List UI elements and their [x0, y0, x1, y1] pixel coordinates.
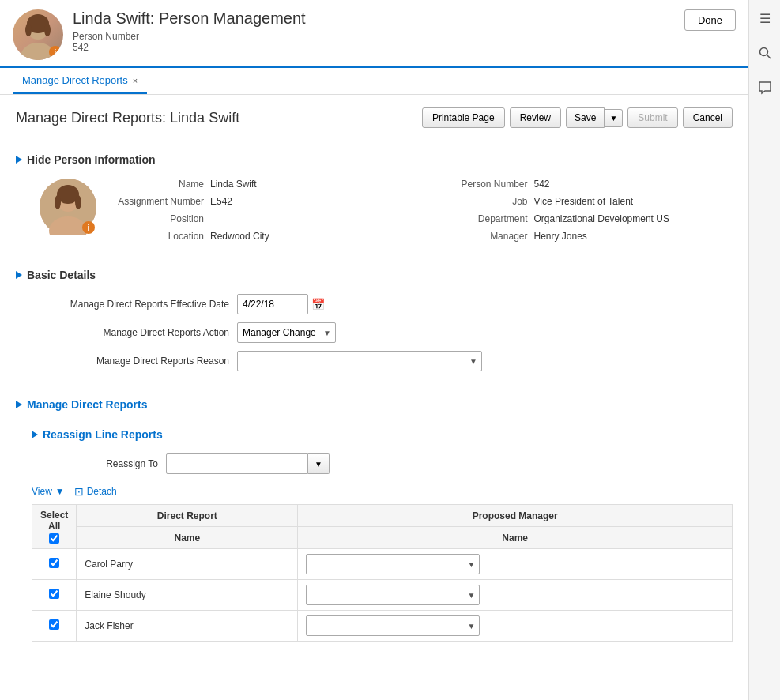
svg-point-3 [25, 24, 32, 36]
save-dropdown-button[interactable]: ▼ [605, 109, 623, 127]
table-row: Carol Parry▼ [32, 549, 733, 580]
reason-select[interactable] [237, 351, 482, 371]
proposed-manager-select-2[interactable] [306, 615, 480, 636]
save-split-button: Save ▼ [566, 107, 623, 128]
location-value: Redwood City [210, 231, 269, 242]
content-area: Manage Direct Reports: Linda Swift Print… [0, 95, 748, 700]
reassign-to-dropdown-button[interactable]: ▼ [308, 453, 330, 474]
printable-page-button[interactable]: Printable Page [422, 107, 505, 128]
assignment-number-field: Assignment Number E542 [109, 196, 409, 207]
calendar-icon[interactable]: 📅 [311, 298, 325, 310]
mdr-triangle-icon [16, 401, 22, 408]
row-checkbox-0[interactable] [49, 558, 59, 568]
person-info-toggle[interactable]: Hide Person Information [16, 149, 733, 171]
person-details-grid: Name Linda Swift Person Number 542 Assig… [109, 179, 733, 242]
name-label: Name [109, 179, 204, 190]
manage-direct-reports-title: Manage Direct Reports [27, 398, 147, 411]
manager-value: Henry Jones [534, 231, 587, 242]
sidebar-chat-icon[interactable] [755, 77, 775, 98]
right-sidebar: ☰ [748, 0, 780, 700]
manage-direct-reports-section: Manage Direct Reports Reassign Line Repo… [16, 393, 733, 642]
direct-report-name-cell: Carol Parry [77, 549, 298, 580]
table-row: Elaine Shoudy▼ [32, 580, 733, 611]
department-field: Department Organizational Development US [433, 213, 733, 224]
manage-direct-reports-toggle[interactable]: Manage Direct Reports [16, 393, 733, 416]
person-number-field: Person Number 542 [433, 179, 733, 190]
pn-label: Person Number [433, 179, 528, 190]
person-info-section: Hide Person Information i [16, 141, 733, 250]
select-all-header: Select All [32, 505, 77, 549]
svg-point-4 [44, 24, 51, 36]
action-select[interactable]: Manager Change [237, 322, 336, 343]
view-button[interactable]: View ▼ [32, 486, 65, 497]
proposed-manager-name-header: Name [298, 527, 733, 549]
reason-label: Manage Direct Reports Reason [47, 356, 229, 367]
detach-button[interactable]: ⊡ Detach [74, 485, 117, 498]
reassign-to-field: ▼ [166, 453, 330, 474]
row-checkbox-cell [32, 611, 77, 642]
name-field: Name Linda Swift [109, 179, 409, 190]
proposed-manager-select-1[interactable] [306, 585, 480, 605]
detach-label: Detach [87, 486, 117, 497]
review-button[interactable]: Review [510, 107, 561, 128]
detach-icon: ⊡ [74, 485, 84, 498]
reassign-triangle-icon [32, 431, 38, 438]
avatar: i [13, 9, 63, 60]
cancel-button[interactable]: Cancel [683, 107, 733, 128]
save-button[interactable]: Save [566, 107, 605, 128]
svg-point-9 [55, 195, 61, 209]
page-title: Manage Direct Reports: Linda Swift [16, 110, 239, 126]
an-value: E542 [210, 196, 232, 207]
select-all-label: Select All [40, 510, 68, 532]
tab-label: Manage Direct Reports [22, 74, 128, 86]
row-checkbox-1[interactable] [49, 589, 59, 599]
person-number-value: 542 [73, 42, 684, 53]
view-label: View [32, 486, 52, 497]
manager-field: Manager Henry Jones [433, 231, 733, 242]
department-label: Department [433, 213, 528, 224]
person-info-row: i Name Linda Swift Person Number 542 Ass… [16, 179, 733, 242]
manager-label: Manager [433, 231, 528, 242]
direct-report-name-cell: Elaine Shoudy [77, 580, 298, 611]
svg-line-12 [767, 55, 771, 58]
tab-close-icon[interactable]: × [133, 76, 138, 85]
proposed-manager-cell: ▼ [298, 549, 733, 580]
reassign-line-reports-section: Reassign Line Reports Reassign To ▼ View [16, 423, 733, 642]
effective-date-input[interactable] [237, 294, 308, 314]
reassign-to-label: Reassign To [63, 458, 158, 469]
proposed-manager-cell: ▼ [298, 611, 733, 642]
tab-bar: Manage Direct Reports × [0, 68, 748, 95]
location-field: Location Redwood City [109, 231, 409, 242]
reassign-to-input[interactable] [166, 453, 308, 474]
reason-row: Manage Direct Reports Reason ▼ [16, 351, 733, 371]
header-title: Linda Swift: Person Management [73, 9, 684, 28]
collapse-triangle-icon [16, 156, 22, 164]
proposed-manager-cell: ▼ [298, 580, 733, 611]
proposed-manager-select-0[interactable] [306, 554, 480, 574]
proposed-manager-header: Proposed Manager [298, 505, 733, 527]
done-button[interactable]: Done [684, 9, 736, 31]
direct-report-header: Direct Report [77, 505, 298, 527]
action-label: Manage Direct Reports Action [47, 327, 229, 338]
info-badge: i [49, 46, 62, 58]
row-checkbox-2[interactable] [49, 619, 59, 630]
action-select-wrapper: Manager Change ▼ [237, 322, 336, 343]
row-checkbox-cell [32, 549, 77, 580]
position-label: Position [109, 213, 204, 224]
department-value: Organizational Development US [534, 213, 669, 224]
basic-details-toggle[interactable]: Basic Details [16, 264, 733, 286]
basic-details-triangle-icon [16, 271, 22, 279]
sidebar-list-icon[interactable]: ☰ [755, 8, 775, 28]
tab-manage-direct-reports[interactable]: Manage Direct Reports × [13, 68, 147, 94]
direct-report-name-header: Name [77, 527, 298, 549]
page-header: i Linda Swift: Person Management Person … [0, 0, 748, 68]
reason-select-wrapper: ▼ [237, 351, 482, 371]
reassign-line-reports-toggle[interactable]: Reassign Line Reports [32, 423, 733, 446]
select-all-checkbox[interactable] [49, 533, 59, 544]
header-text: Linda Swift: Person Management Person Nu… [73, 9, 684, 53]
job-field: Job Vice President of Talent [433, 196, 733, 207]
effective-date-field: 📅 [237, 294, 325, 314]
sidebar-search-icon[interactable] [755, 43, 775, 63]
reassign-to-row: Reassign To ▼ [32, 453, 733, 474]
svg-point-10 [75, 195, 81, 209]
